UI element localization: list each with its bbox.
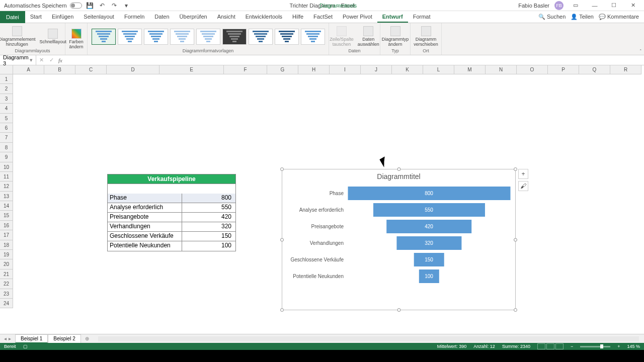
auto-save-toggle[interactable]: Automatisches Speichern bbox=[4, 3, 82, 9]
table-row[interactable]: Phase800 bbox=[108, 194, 235, 203]
add-sheet-button[interactable]: ⊕ bbox=[81, 336, 93, 341]
funnel-row[interactable]: Analyse erforderlich550 bbox=[287, 203, 510, 217]
ribbon-tab-seitenlayout[interactable]: Seitenlayout bbox=[78, 12, 119, 23]
add-chart-element-button[interactable]: Diagrammelement hinzufügen bbox=[0, 25, 37, 48]
row-header-13[interactable]: 13 bbox=[0, 192, 13, 201]
row-header-22[interactable]: 22 bbox=[0, 279, 13, 289]
chart-style-1[interactable] bbox=[92, 29, 116, 45]
ribbon-tab-hilfe[interactable]: Hilfe bbox=[287, 12, 308, 23]
funnel-row[interactable]: Preisangebote420 bbox=[287, 220, 510, 233]
qat-customize-icon[interactable]: ▾ bbox=[122, 2, 130, 10]
worksheet-grid[interactable]: ABCDEFGHIJKLMNOPQR 123456789101112131415… bbox=[0, 65, 644, 318]
ribbon-tab-formeln[interactable]: Formeln bbox=[119, 12, 149, 23]
funnel-bar[interactable]: 550 bbox=[373, 203, 485, 217]
funnel-bar[interactable]: 100 bbox=[419, 269, 439, 283]
chart-style-4[interactable] bbox=[170, 29, 194, 45]
chart-style-6[interactable] bbox=[222, 29, 247, 45]
switch-row-col-button[interactable]: Zeile/Spalte tauschen bbox=[329, 25, 355, 48]
sheet-tab[interactable]: Beispiel 2 bbox=[48, 334, 80, 343]
chart-style-8[interactable] bbox=[275, 29, 299, 45]
chart-title[interactable]: Diagrammtitel bbox=[282, 169, 515, 182]
row-header-18[interactable]: 18 bbox=[0, 240, 13, 250]
share-button[interactable]: 👤 Teilen bbox=[571, 14, 594, 20]
row-header-17[interactable]: 17 bbox=[0, 230, 13, 240]
funnel-bar[interactable]: 420 bbox=[386, 220, 472, 233]
ribbon-tab-daten[interactable]: Daten bbox=[149, 12, 174, 23]
chart-style-3[interactable] bbox=[144, 29, 168, 45]
column-header-F[interactable]: F bbox=[224, 65, 267, 74]
column-header-K[interactable]: K bbox=[392, 65, 423, 74]
column-header-O[interactable]: O bbox=[517, 65, 548, 74]
search-link[interactable]: 🔍 Suchen bbox=[538, 14, 566, 20]
ribbon-mode-icon[interactable]: ▭ bbox=[569, 1, 583, 11]
resize-handle[interactable] bbox=[280, 238, 284, 241]
column-header-G[interactable]: G bbox=[267, 65, 298, 74]
funnel-row[interactable]: Potentielle Neukunden100 bbox=[287, 269, 510, 283]
select-all-corner[interactable] bbox=[0, 65, 13, 74]
zoom-in-icon[interactable]: + bbox=[617, 344, 620, 349]
zoom-slider[interactable] bbox=[580, 346, 610, 347]
avatar[interactable]: FB bbox=[554, 1, 564, 10]
funnel-row[interactable]: Phase800 bbox=[287, 187, 510, 200]
ribbon-tab-power pivot[interactable]: Power Pivot bbox=[338, 12, 377, 23]
row-header-16[interactable]: 16 bbox=[0, 221, 13, 230]
column-header-J[interactable]: J bbox=[361, 65, 392, 74]
column-header-R[interactable]: R bbox=[610, 65, 641, 74]
column-header-I[interactable]: I bbox=[330, 65, 361, 74]
column-header-E[interactable]: E bbox=[159, 65, 224, 74]
chart-style-9[interactable] bbox=[301, 29, 325, 45]
funnel-bar[interactable]: 320 bbox=[396, 236, 461, 250]
column-header-M[interactable]: M bbox=[454, 65, 486, 74]
fx-icon[interactable]: fx bbox=[56, 57, 64, 63]
view-page-layout-icon[interactable] bbox=[546, 343, 554, 349]
ribbon-tab-entwurf[interactable]: Entwurf bbox=[377, 12, 408, 23]
change-chart-type-button[interactable]: Diagrammtyp ändern bbox=[381, 25, 410, 48]
ribbon-tab-einfügen[interactable]: Einfügen bbox=[47, 12, 78, 23]
confirm-formula-icon[interactable]: ✓ bbox=[46, 57, 56, 63]
chart-object[interactable]: Diagrammtitel Phase800Analyse erforderli… bbox=[282, 169, 516, 310]
column-header-N[interactable]: N bbox=[486, 65, 517, 74]
column-header-L[interactable]: L bbox=[423, 65, 454, 74]
funnel-row[interactable]: Verhandlungen320 bbox=[287, 236, 510, 250]
view-normal-icon[interactable] bbox=[537, 343, 545, 349]
resize-handle[interactable] bbox=[514, 308, 517, 312]
zoom-level[interactable]: 145 % bbox=[627, 344, 640, 349]
save-icon[interactable]: 💾 bbox=[86, 2, 94, 10]
toggle-off-icon[interactable] bbox=[70, 3, 82, 9]
sheet-tab[interactable]: Beispiel 1 bbox=[15, 334, 48, 343]
ribbon-tab-ansicht[interactable]: Ansicht bbox=[212, 12, 240, 23]
column-header-B[interactable]: B bbox=[44, 65, 75, 74]
cancel-formula-icon[interactable]: ✕ bbox=[36, 57, 46, 63]
close-icon[interactable]: ✕ bbox=[626, 1, 640, 11]
resize-handle[interactable] bbox=[514, 238, 517, 241]
file-tab[interactable]: Datei bbox=[0, 11, 25, 23]
resize-handle[interactable] bbox=[280, 308, 284, 312]
sheet-nav-next-icon[interactable]: ▸ bbox=[9, 336, 11, 341]
chart-style-5[interactable] bbox=[196, 29, 220, 45]
funnel-bar[interactable]: 800 bbox=[348, 187, 510, 200]
table-row[interactable]: Geschlossene Verkäufe150 bbox=[108, 232, 235, 241]
row-header-19[interactable]: 19 bbox=[0, 250, 13, 259]
table-row[interactable]: Verhandlungen320 bbox=[108, 222, 235, 232]
comments-button[interactable]: 💬 Kommentare bbox=[599, 14, 639, 20]
resize-handle[interactable] bbox=[397, 167, 400, 171]
funnel-bar[interactable]: 150 bbox=[414, 253, 444, 266]
row-header-20[interactable]: 20 bbox=[0, 259, 13, 269]
table-row[interactable]: Potentielle Neukunden100 bbox=[108, 241, 235, 251]
ribbon-tab-format[interactable]: Format bbox=[408, 12, 436, 23]
chart-style-2[interactable] bbox=[118, 29, 142, 45]
sheet-nav-prev-icon[interactable]: ◂ bbox=[4, 336, 7, 341]
row-header-2[interactable]: 2 bbox=[0, 84, 13, 94]
ribbon-tab-entwicklertools[interactable]: Entwicklertools bbox=[240, 12, 287, 23]
column-header-D[interactable]: D bbox=[107, 65, 159, 74]
funnel-row[interactable]: Geschlossene Verkäufe150 bbox=[287, 253, 510, 266]
chart-style-7[interactable] bbox=[249, 29, 273, 45]
column-header-C[interactable]: C bbox=[75, 65, 107, 74]
redo-icon[interactable]: ↷ bbox=[110, 2, 118, 10]
row-header-21[interactable]: 21 bbox=[0, 269, 13, 279]
ribbon-tab-überprüfen[interactable]: Überprüfen bbox=[175, 12, 212, 23]
row-header-4[interactable]: 4 bbox=[0, 104, 13, 113]
column-header-Q[interactable]: Q bbox=[579, 65, 610, 74]
zoom-out-icon[interactable]: − bbox=[571, 344, 573, 349]
resize-handle[interactable] bbox=[280, 167, 284, 171]
